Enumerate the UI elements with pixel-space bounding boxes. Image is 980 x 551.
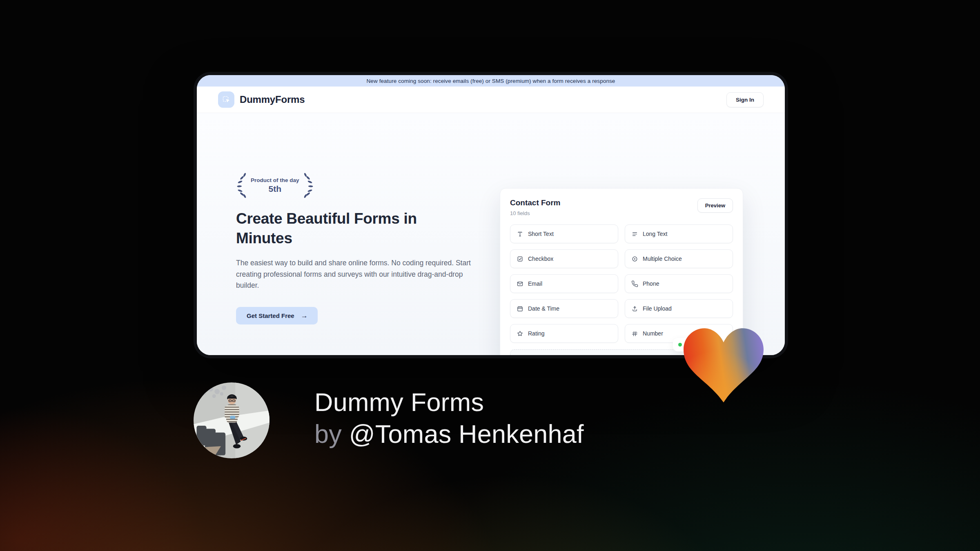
page-title: Create Beautiful Forms in Minutes [236,209,459,248]
brand-name: DummyForms [240,94,305,105]
hero-description: The easiest way to build and share onlin… [236,258,471,291]
upload-icon [631,305,638,312]
text-icon [517,231,523,238]
brand-logo[interactable]: DummyForms [218,91,305,108]
author-handle: @Tomas Henkenhaf [349,420,584,448]
field-type-short-text[interactable]: Short Text [510,224,618,243]
field-type-label: Date & Time [528,305,559,312]
field-type-label: Email [528,280,542,287]
sign-in-button[interactable]: Sign In [726,92,764,107]
form-title: Contact Form [510,198,561,207]
hero-copy: Product of the day 5th Create Beauti [236,172,471,324]
cursor-select-icon [218,91,234,108]
field-type-label: File Upload [643,305,672,312]
hero-section: Product of the day 5th Create Beauti [197,113,785,355]
field-type-grid: Short TextLong TextCheckboxMultiple Choi… [510,224,733,343]
arrow-right-icon: → [301,312,308,319]
green-dot-icon [678,343,682,347]
product-name: Dummy Forms [314,386,584,418]
field-type-label: Short Text [528,231,554,237]
field-type-date-time[interactable]: Date & Time [510,299,618,318]
get-started-button[interactable]: Get Started Free → [236,307,318,324]
lines-icon [631,231,638,238]
field-type-label: Number [643,330,663,337]
checkbox-icon [517,256,523,262]
field-type-phone[interactable]: Phone [625,274,733,293]
star-icon [517,330,523,337]
site-header: DummyForms Sign In [197,87,785,113]
field-type-long-text[interactable]: Long Text [625,224,733,243]
browser-window: New feature coming soon: receive emails … [197,75,785,355]
field-count: 10 fields [510,210,561,216]
hash-icon [631,330,638,337]
credit-text: Dummy Forms by @Tomas Henkenhaf [314,386,584,450]
preview-button[interactable]: Preview [697,198,733,213]
field-type-label: Long Text [643,231,667,237]
field-type-label: Checkbox [528,256,553,262]
calendar-icon [517,305,523,312]
field-type-file-upload[interactable]: File Upload [625,299,733,318]
award-text: Product of the day 5th [251,177,299,194]
field-type-label: Multiple Choice [643,256,682,262]
laurel-left-icon [234,172,248,199]
field-type-label: Phone [643,280,659,287]
product-of-the-day-badge: Product of the day 5th [234,172,471,199]
field-type-email[interactable]: Email [510,274,618,293]
radio-icon [631,256,638,262]
envelope-icon [517,280,523,287]
byline-prefix: by [314,420,342,448]
field-type-checkbox[interactable]: Checkbox [510,249,618,268]
field-type-label: Rating [528,330,544,337]
announcement-text: New feature coming soon: receive emails … [367,78,615,84]
laurel-right-icon [302,172,316,199]
announcement-banner: New feature coming soon: receive emails … [197,75,785,87]
form-builder-header: Contact Form 10 fields Preview [510,198,733,216]
field-type-rating[interactable]: Rating [510,324,618,343]
author-avatar [194,382,270,458]
phone-icon [631,280,638,287]
field-type-multiple-choice[interactable]: Multiple Choice [625,249,733,268]
heart-icon [684,327,764,403]
